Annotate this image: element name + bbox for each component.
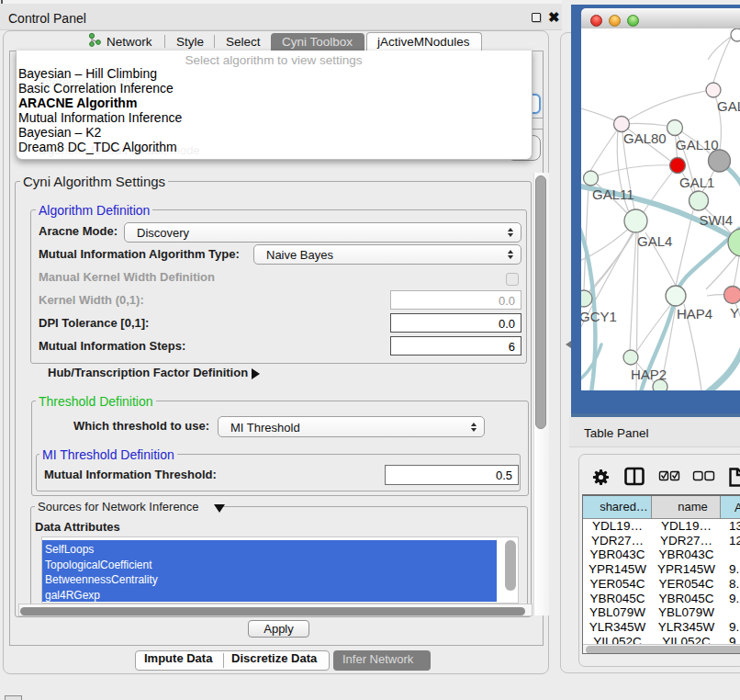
svg-text:SWI4: SWI4 <box>700 212 734 228</box>
svg-text:GAL7: GAL7 <box>717 98 740 114</box>
svg-text:GAL1: GAL1 <box>679 175 714 190</box>
svg-text:GAL10: GAL10 <box>676 137 719 152</box>
svg-text:GAL80: GAL80 <box>623 130 667 146</box>
svg-text:HAP4: HAP4 <box>677 306 712 322</box>
svg-text:HAP2: HAP2 <box>631 367 667 382</box>
svg-text:GCY1: GCY1 <box>581 309 617 324</box>
svg-text:GAL4: GAL4 <box>637 233 672 249</box>
svg-text:GAL11: GAL11 <box>592 186 634 202</box>
svg-text:Y: Y <box>730 305 739 321</box>
